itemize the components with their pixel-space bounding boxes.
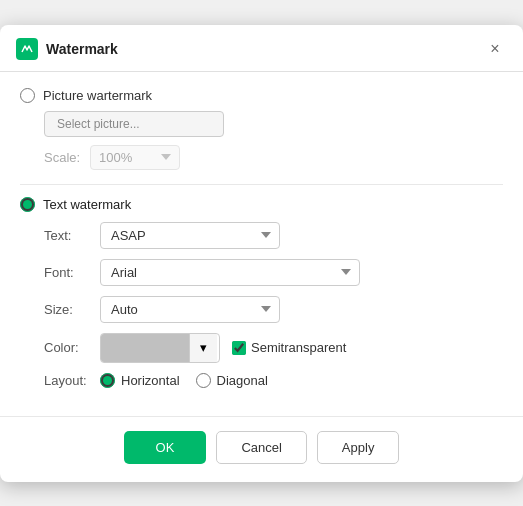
dropdown-arrow-icon: ▾ xyxy=(200,340,207,355)
text-watermark-section: Text watermark Text: ASAP Font: Arial Si… xyxy=(20,197,503,388)
layout-horizontal-radio[interactable] xyxy=(100,373,115,388)
watermark-dialog: Watermark × Picture wartermark Select pi… xyxy=(0,25,523,482)
text-select[interactable]: ASAP xyxy=(100,222,280,249)
dialog-title: Watermark xyxy=(46,41,118,57)
title-left: Watermark xyxy=(16,38,118,60)
color-dropdown-button[interactable]: ▾ xyxy=(189,334,217,362)
text-watermark-label: Text watermark xyxy=(43,197,131,212)
picture-watermark-section: Picture wartermark Select picture... Sca… xyxy=(20,88,503,170)
layout-label: Layout: xyxy=(44,373,100,388)
layout-horizontal-option[interactable]: Horizontal xyxy=(100,373,180,388)
picture-watermark-radio-row: Picture wartermark xyxy=(20,88,503,103)
scale-select[interactable]: 100% xyxy=(90,145,180,170)
text-label: Text: xyxy=(44,228,100,243)
layout-form-row: Layout: Horizontal Diagonal xyxy=(44,373,503,388)
text-watermark-radio-row: Text watermark xyxy=(20,197,503,212)
size-label: Size: xyxy=(44,302,100,317)
semitransparent-row: Semitransparent xyxy=(232,340,346,355)
font-form-row: Font: Arial xyxy=(44,259,503,286)
ok-button[interactable]: OK xyxy=(124,431,207,464)
layout-diagonal-label: Diagonal xyxy=(217,373,268,388)
color-form-row: Color: ▾ Semitransparent xyxy=(44,333,503,363)
font-select[interactable]: Arial xyxy=(100,259,360,286)
scale-label: Scale: xyxy=(44,150,82,165)
section-divider xyxy=(20,184,503,185)
semitransparent-label: Semitransparent xyxy=(251,340,346,355)
text-watermark-radio[interactable] xyxy=(20,197,35,212)
picture-options: Select picture... Scale: 100% xyxy=(44,111,503,170)
text-form-row: Text: ASAP xyxy=(44,222,503,249)
layout-options: Horizontal Diagonal xyxy=(100,373,268,388)
color-row: ▾ Semitransparent xyxy=(100,333,346,363)
picture-watermark-radio[interactable] xyxy=(20,88,35,103)
size-select[interactable]: Auto xyxy=(100,296,280,323)
picture-watermark-label: Picture wartermark xyxy=(43,88,152,103)
color-label: Color: xyxy=(44,340,100,355)
apply-button[interactable]: Apply xyxy=(317,431,400,464)
select-picture-button[interactable]: Select picture... xyxy=(44,111,224,137)
font-label: Font: xyxy=(44,265,100,280)
color-preview xyxy=(101,334,189,362)
button-bar: OK Cancel Apply xyxy=(0,416,523,482)
cancel-button[interactable]: Cancel xyxy=(216,431,306,464)
scale-row: Scale: 100% xyxy=(44,145,503,170)
app-icon xyxy=(16,38,38,60)
layout-diagonal-option[interactable]: Diagonal xyxy=(196,373,268,388)
layout-horizontal-label: Horizontal xyxy=(121,373,180,388)
close-button[interactable]: × xyxy=(483,37,507,61)
color-picker-area[interactable]: ▾ xyxy=(100,333,220,363)
dialog-content: Picture wartermark Select picture... Sca… xyxy=(0,72,523,416)
size-form-row: Size: Auto xyxy=(44,296,503,323)
layout-diagonal-radio[interactable] xyxy=(196,373,211,388)
semitransparent-checkbox[interactable] xyxy=(232,341,246,355)
title-bar: Watermark × xyxy=(0,25,523,72)
